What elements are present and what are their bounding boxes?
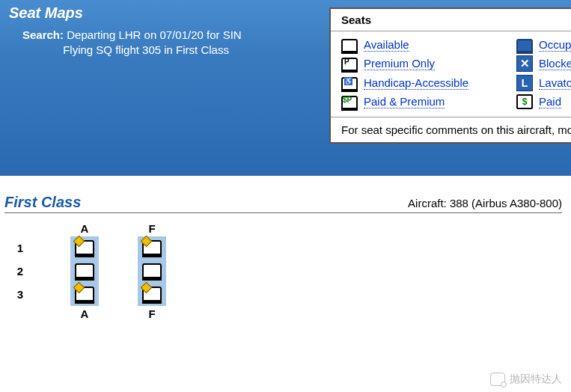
legend-item-blocked: ✕ Blocked — [516, 55, 571, 72]
watermark-text: 抛因特达人 — [510, 373, 562, 386]
legend-link-occupied[interactable]: Occupied — [539, 38, 571, 52]
legend-link-premium[interactable]: Premium Only — [364, 57, 435, 70]
seat-3a[interactable] — [75, 285, 94, 301]
header-left: Seat Maps Search: Departing LHR on 07/01… — [0, 0, 329, 58]
col-label-a-top: A — [70, 221, 99, 236]
search-line-2: Flying SQ flight 305 in First Class — [63, 43, 229, 56]
header-band: Seat Maps Search: Departing LHR on 07/01… — [0, 0, 571, 176]
cabin-header-row: First Class Aircraft: 388 (Airbus A380-8… — [4, 194, 562, 213]
seat-map: A F 1 2 3 — [9, 221, 562, 322]
legend-link-blocked[interactable]: Blocked — [539, 57, 571, 70]
legend-item-paid-premium: $P Paid & Premium — [341, 94, 513, 109]
column-header-top: A F — [9, 221, 166, 236]
col-label-f-top: F — [138, 221, 166, 236]
legend-link-paid-premium[interactable]: Paid & Premium — [364, 95, 445, 108]
seat-row-3: 3 — [9, 283, 166, 306]
seat-row-1: 1 — [9, 236, 166, 260]
cabin-class-title: First Class — [4, 194, 81, 211]
legend-title: Seats — [331, 9, 571, 31]
cabin-section: First Class Aircraft: 388 (Airbus A380-8… — [0, 176, 571, 322]
legend-item-premium: P Premium Only — [341, 55, 513, 72]
seat-row-2: 2 — [9, 260, 166, 283]
seat-3f[interactable] — [142, 285, 162, 301]
legend-link-available[interactable]: Available — [364, 38, 409, 52]
legend-note: For seat specific comments on this aircr… — [331, 117, 571, 142]
seat-2a[interactable] — [75, 262, 94, 278]
row-label-1: 1 — [9, 236, 31, 260]
legend-item-available: Available — [341, 37, 513, 52]
legend-item-occupied: Occupied — [516, 37, 571, 52]
legend-panel: Seats Available Occupied P Premium Only … — [329, 7, 571, 144]
lavatory-icon: L — [516, 75, 533, 91]
seat-2f[interactable] — [142, 262, 162, 278]
seat-paid-premium-icon: $P — [341, 94, 358, 109]
legend-item-handicap: ♿ Handicap-Accessible — [341, 75, 513, 91]
search-line-1: Departing LHR on 07/01/20 for SIN — [67, 28, 241, 41]
seat-blocked-icon: ✕ — [516, 55, 533, 72]
col-label-a-bottom: A — [70, 306, 99, 322]
column-header-bottom: A F — [9, 306, 166, 322]
search-label: Search: — [22, 28, 64, 41]
col-label-f-bottom: F — [138, 306, 166, 322]
seat-1f[interactable] — [142, 239, 162, 255]
row-label-3: 3 — [9, 283, 31, 306]
aircraft-label: Aircraft: 388 (Airbus A380-800) — [408, 197, 562, 209]
wechat-icon — [490, 373, 505, 386]
legend-link-lavatory[interactable]: Lavatory — [539, 76, 571, 90]
seat-occupied-icon — [516, 37, 533, 52]
seat-map-table: A F 1 2 3 — [9, 221, 166, 322]
legend-item-paid: $ Paid — [516, 94, 571, 109]
search-summary: Search: Departing LHR on 07/01/20 for SI… — [9, 28, 322, 58]
seat-available-icon — [341, 37, 358, 52]
seat-handicap-icon: ♿ — [341, 76, 358, 91]
seat-paid-icon: $ — [516, 94, 533, 109]
watermark: 抛因特达人 — [490, 373, 562, 386]
legend-grid: Available Occupied P Premium Only ✕ Bloc… — [331, 31, 571, 117]
page-title: Seat Maps — [9, 4, 322, 22]
legend-item-lavatory: L Lavatory — [516, 75, 571, 91]
legend-link-handicap[interactable]: Handicap-Accessible — [364, 76, 468, 90]
seat-premium-icon: P — [341, 56, 358, 71]
seat-1a[interactable] — [75, 239, 94, 255]
row-label-2: 2 — [9, 260, 31, 283]
legend-link-paid[interactable]: Paid — [539, 95, 561, 108]
